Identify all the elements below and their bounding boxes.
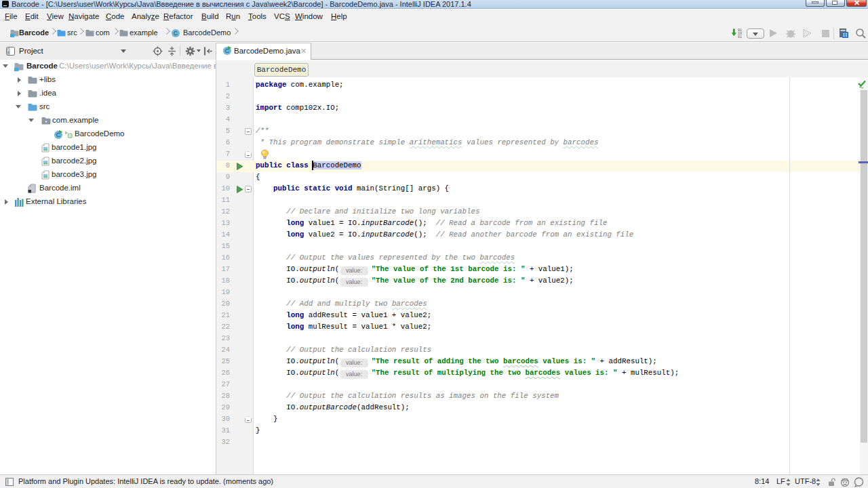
svg-text:C: C: [174, 30, 178, 37]
svg-text:01: 01: [738, 35, 742, 39]
